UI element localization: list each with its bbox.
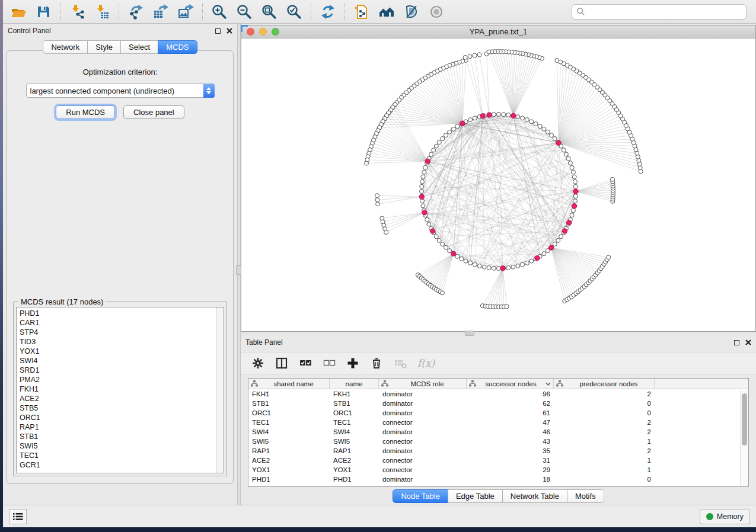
graph-node[interactable] [506, 265, 511, 270]
close-panel-icon[interactable] [745, 339, 751, 345]
graph-node[interactable] [434, 235, 438, 239]
mcds-result-item[interactable]: PMA2 [20, 375, 216, 384]
mcds-result-list[interactable]: PHD1CAR1STP4TID3YOX1SWI4SRD1PMA2FKH1ACE2… [16, 307, 224, 473]
graph-node[interactable] [441, 137, 445, 141]
graph-node[interactable] [559, 235, 563, 239]
graph-node[interactable] [420, 184, 424, 188]
export-table-icon[interactable] [152, 4, 169, 20]
search-field[interactable] [572, 4, 747, 20]
graph-node[interactable] [437, 140, 441, 145]
graph-node[interactable] [375, 194, 379, 198]
graph-node[interactable] [549, 133, 553, 137]
graph-node[interactable] [553, 137, 557, 141]
table-row[interactable]: ORC1ORC1dominator610 [248, 408, 748, 418]
graph-node[interactable] [516, 264, 520, 268]
graph-node[interactable] [423, 165, 428, 169]
table-row[interactable]: ACE2ACE2connector311 [248, 456, 748, 465]
graph-node[interactable] [570, 213, 574, 217]
table-row[interactable]: YOX1YOX1connector291 [248, 465, 748, 475]
graph-node[interactable] [427, 222, 431, 226]
graph-node[interactable] [384, 230, 388, 235]
graph-node[interactable] [455, 254, 460, 258]
hide-graphics-details-icon[interactable] [403, 4, 420, 20]
float-panel-icon[interactable] [215, 28, 221, 34]
column-header-shared-name[interactable]: shared name [248, 379, 330, 389]
graph-node[interactable] [434, 144, 438, 148]
network-window-titlebar[interactable]: YPA_prune.txt_1 [241, 25, 755, 39]
graph-node[interactable] [548, 245, 553, 250]
graph-node[interactable] [430, 229, 435, 233]
zoom-in-icon[interactable] [211, 4, 228, 20]
graph-node[interactable] [464, 259, 468, 263]
graph-node[interactable] [534, 122, 538, 126]
graph-node[interactable] [553, 242, 557, 246]
graph-node[interactable] [556, 238, 560, 242]
mcds-result-item[interactable]: SRD1 [20, 366, 216, 375]
graph-node[interactable] [448, 130, 452, 134]
graph-node[interactable] [567, 220, 572, 225]
graph-node[interactable] [460, 121, 465, 126]
graph-node[interactable] [420, 180, 425, 184]
graph-node[interactable] [441, 242, 445, 246]
mcds-result-item[interactable]: TID3 [20, 337, 216, 347]
graph-node[interactable] [570, 165, 574, 169]
graph-node[interactable] [497, 113, 501, 117]
graph-node[interactable] [564, 152, 568, 156]
tab-node-table[interactable]: Node Table [393, 489, 448, 503]
graph-node[interactable] [487, 50, 491, 54]
search-input[interactable] [588, 8, 742, 16]
export-image-icon[interactable] [177, 4, 194, 20]
zoom-fit-icon[interactable] [261, 4, 277, 20]
criterion-dropdown[interactable]: largest connected component (undirected) [26, 84, 215, 98]
network-graph[interactable] [241, 39, 755, 331]
float-panel-icon[interactable] [734, 340, 739, 345]
graph-node[interactable] [610, 177, 614, 181]
mcds-result-item[interactable]: ORC1 [20, 413, 216, 422]
graph-node[interactable] [440, 291, 444, 295]
run-mcds-button[interactable]: Run MCDS [56, 105, 115, 119]
table-row[interactable]: SWI4SWI4dominator462 [248, 427, 748, 437]
graph-node[interactable] [573, 194, 578, 198]
graph-node[interactable] [506, 113, 511, 117]
graph-node[interactable] [364, 161, 368, 165]
close-panel-button[interactable]: Close panel [123, 105, 184, 119]
zoom-selected-icon[interactable] [286, 4, 302, 20]
graph-node[interactable] [448, 249, 452, 253]
network-analyzer-icon[interactable] [378, 4, 395, 20]
memory-button[interactable]: Memory [700, 509, 750, 524]
graph-node[interactable] [511, 113, 516, 118]
zoom-out-icon[interactable] [236, 4, 253, 20]
graph-node[interactable] [455, 124, 460, 129]
table-settings-gear-icon[interactable] [251, 357, 264, 370]
graph-node[interactable] [473, 262, 477, 267]
refresh-icon[interactable] [320, 4, 336, 20]
show-column-panel-icon[interactable] [275, 357, 288, 370]
graph-node[interactable] [546, 130, 550, 134]
table-row[interactable]: TEC1TEC1connector472 [248, 418, 748, 427]
close-panel-icon[interactable] [227, 28, 232, 34]
graph-node[interactable] [555, 58, 559, 62]
graph-node[interactable] [573, 189, 578, 194]
tab-network-table[interactable]: Network Table [502, 489, 567, 503]
graph-node[interactable] [420, 190, 424, 194]
mcds-result-item[interactable]: TEC1 [20, 451, 216, 460]
unselect-all-columns-icon[interactable] [323, 357, 336, 370]
scrollbar-thumb[interactable] [742, 393, 747, 446]
mcds-result-item[interactable]: FKH1 [20, 384, 216, 394]
graph-node[interactable] [502, 113, 506, 117]
graph-node[interactable] [511, 265, 515, 269]
delete-column-icon[interactable] [370, 357, 383, 370]
graph-node[interactable] [571, 170, 575, 174]
graph-node[interactable] [473, 53, 477, 57]
create-column-icon[interactable] [346, 357, 359, 370]
graph-node[interactable] [468, 55, 472, 59]
graph-node[interactable] [571, 209, 575, 213]
graph-node[interactable] [542, 252, 546, 256]
graph-node[interactable] [444, 133, 448, 137]
graph-node[interactable] [444, 245, 448, 249]
graph-node[interactable] [432, 148, 436, 152]
graph-node[interactable] [463, 55, 467, 59]
graph-node[interactable] [477, 264, 481, 268]
graph-node[interactable] [375, 198, 379, 202]
graph-node[interactable] [477, 53, 481, 57]
